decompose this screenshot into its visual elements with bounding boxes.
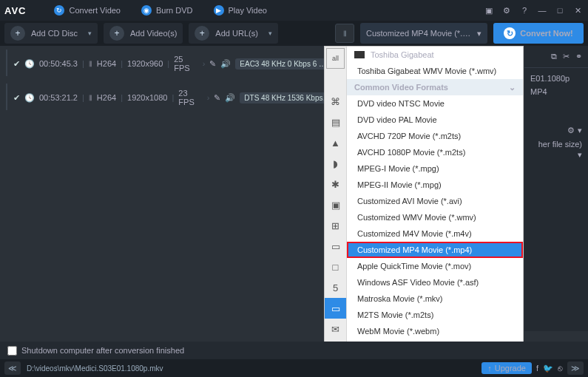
format-dropdown: all ⌘ ▤ ▲ ◗ ✱ ▣ ⊞ ▭ □ 5 ▭ ✉ Toshiba Giga… (324, 46, 524, 350)
format-tab-tablet[interactable]: ▭ (325, 236, 346, 257)
format-tab-huawei[interactable]: ✱ (325, 174, 346, 194)
chevron-down-icon: ▾ (88, 30, 92, 37)
output-format-icon[interactable]: ⦀ (335, 24, 354, 43)
format-label: Customized MP4 Movie (*.mp4) (366, 29, 477, 38)
format-item[interactable]: Toshiba Gigabeat WMV Movie (*.wmv) (347, 63, 523, 79)
tab-play-video[interactable]: ▶Play Video (203, 0, 277, 21)
format-tab-apple[interactable] (325, 70, 346, 91)
format-list[interactable]: Toshiba Gigabeat Toshiba Gigabeat WMV Mo… (347, 47, 523, 350)
format-tab-video[interactable]: ▭ (325, 298, 346, 319)
tab-convert-video[interactable]: ↻Convert Video (44, 0, 131, 21)
prev-file-button[interactable]: ≪ (4, 361, 21, 375)
audio-icon: 🔊 (220, 59, 231, 69)
button-label: Add URL(s) (215, 29, 257, 38)
format-item[interactable]: DVD video PAL Movie (347, 112, 523, 128)
tab-label: Burn DVD (156, 6, 193, 15)
cut-icon[interactable]: ✂ (563, 52, 570, 61)
format-item[interactable]: WebM Movie (*.webm) (347, 323, 523, 339)
gear-icon[interactable]: ⚙ (501, 6, 513, 16)
format-item[interactable]: Matroska Movie (*.mkv) (347, 291, 523, 307)
format-item[interactable]: MPEG-II Movie (*.mpg) (347, 177, 523, 193)
format-tab-html5[interactable]: 5 (325, 277, 346, 298)
up-arrow-icon: ↑ (487, 364, 492, 373)
clock-icon: 🕓 (24, 93, 35, 103)
title-bar: AVC ↻Convert Video ◉Burn DVD ▶Play Video… (0, 0, 588, 21)
next-file-button[interactable]: ≫ (567, 361, 584, 375)
add-videos-button[interactable]: +Add Video(s) (104, 23, 183, 44)
output-format-selector[interactable]: Customized MP4 Movie (*.mp4)▾ (360, 23, 487, 44)
share-icon[interactable]: ⎋ (558, 364, 563, 373)
format-item[interactable]: M2TS Movie (*.m2ts) (347, 307, 523, 323)
help-icon[interactable]: ? (518, 6, 530, 16)
checked-icon[interactable]: ✔ (13, 59, 20, 69)
window-controls: ▣ ⚙ ? — □ ✕ (483, 6, 584, 16)
maximize-button[interactable]: □ (554, 6, 566, 16)
chevron-down-icon[interactable]: ▾ (578, 150, 582, 160)
edit-icon[interactable]: ✎ (209, 59, 216, 69)
format-item[interactable]: DVD video NTSC Movie (347, 95, 523, 112)
format-device-item[interactable]: Toshiba Gigabeat (347, 47, 523, 63)
refresh-icon: ↻ (54, 5, 64, 16)
format-item[interactable]: Windows ASF Video Movie (*.asf) (347, 274, 523, 291)
tab-label: Convert Video (69, 6, 121, 15)
format-tab-samsung[interactable]: ⌘ (325, 91, 346, 112)
format-tab-phone[interactable]: □ (325, 257, 346, 277)
format-tab-all[interactable]: all (326, 48, 345, 69)
tab-burn-dvd[interactable]: ◉Burn DVD (131, 0, 203, 21)
close-button[interactable]: ✕ (572, 6, 584, 16)
facebook-icon[interactable]: f (536, 364, 538, 373)
format-group-header[interactable]: Common Video Formats⌄ (347, 79, 523, 95)
video-stats: ✔ 🕓00:53:21.2 |⦀H264 |1920x1080 |23 FPS … (13, 89, 335, 106)
chevron-down-icon: ▾ (578, 126, 582, 135)
convert-now-button[interactable]: ↻Convert Now! (493, 23, 584, 44)
format-tab-nokia[interactable]: ▤ (325, 112, 346, 132)
format-tab-android[interactable]: ▲ (325, 132, 346, 153)
format-tab-playstation[interactable]: ◗ (325, 153, 346, 174)
video-item[interactable]: ✔ 🕓00:53:21.2 |⦀H264 |1920x1080 |23 FPS … (0, 80, 324, 114)
collapse-icon: ⌄ (509, 83, 516, 92)
link-icon[interactable]: ⚭ (575, 52, 582, 61)
main-area: ✔ 🕓00:50:45.3 |⦀H264 |1920x960 |25 FPS ›… (0, 46, 588, 331)
preview-panel: ⧉ ✂ ⚭ E01.1080p MP4 ⚙▾ her file size) ▾ (524, 46, 588, 331)
button-label: Convert Now! (520, 29, 573, 38)
video-stats: ✔ 🕓00:50:45.3 |⦀H264 |1920x960 |25 FPS ›… (13, 55, 331, 72)
audio-icon: 🔊 (225, 93, 235, 103)
format-item[interactable]: Customized MP4 Movie (*.mp4) (347, 242, 523, 258)
audio-track-selector[interactable]: EAC3 48 KHz 0 Kbps 6 CH ... (235, 58, 331, 69)
format-item[interactable]: Customized AVI Movie (*.avi) (347, 193, 523, 209)
chevron-down-icon: ▾ (268, 30, 272, 37)
twitter-icon[interactable]: 🐦 (543, 364, 553, 373)
disc-icon: ◉ (141, 5, 152, 16)
add-cd-disc-button[interactable]: +Add CD Disc▾ (4, 23, 98, 44)
copy-icon[interactable]: ⧉ (551, 52, 557, 61)
tab-label: Play Video (229, 6, 267, 15)
codec-icon: ⦀ (89, 93, 92, 103)
format-category-tabs: all ⌘ ▤ ▲ ◗ ✱ ▣ ⊞ ▭ □ 5 ▭ ✉ (325, 47, 347, 350)
format-item[interactable]: AVCHD 720P Movie (*.m2ts) (347, 128, 523, 144)
toolbar: +Add CD Disc▾ +Add Video(s) +Add URL(s)▾… (0, 21, 588, 46)
checked-icon[interactable]: ✔ (13, 93, 20, 103)
device-icon (354, 51, 365, 58)
format-tab-lg[interactable]: ▣ (325, 194, 346, 215)
settings-icon[interactable]: ▣ (483, 6, 495, 16)
globe-plus-icon: + (195, 26, 209, 41)
shutdown-checkbox[interactable] (7, 346, 17, 356)
format-item[interactable]: Customized WMV Movie (*.wmv) (347, 209, 523, 225)
convert-icon: ↻ (504, 27, 516, 39)
format-tab-audio[interactable]: ✉ (325, 319, 346, 339)
output-container: MP4 (530, 87, 582, 96)
format-item[interactable]: MPEG-I Movie (*.mpg) (347, 160, 523, 177)
format-tab-windows[interactable]: ⊞ (325, 215, 346, 236)
gear-icon[interactable]: ⚙ (567, 126, 575, 135)
status-bar: ≪ D:\videos\mkv\Medici.S03E01.1080p.mkv … (0, 359, 588, 377)
video-item[interactable]: ✔ 🕓00:50:45.3 |⦀H264 |1920x960 |25 FPS ›… (0, 46, 324, 80)
minimize-button[interactable]: — (536, 6, 548, 16)
audio-track-selector[interactable]: DTS 48 KHz 1536 Kbps 6 C... (240, 92, 335, 103)
format-item[interactable]: Customized M4V Movie (*.m4v) (347, 225, 523, 242)
upgrade-button[interactable]: ↑Upgrade (481, 362, 532, 374)
edit-icon[interactable]: ✎ (214, 93, 220, 103)
format-item[interactable]: Apple QuickTime Movie (*.mov) (347, 258, 523, 274)
format-item[interactable]: AVCHD 1080P Movie (*.m2ts) (347, 144, 523, 160)
add-urls-button[interactable]: +Add URL(s)▾ (189, 23, 277, 44)
output-filename: E01.1080p (530, 74, 582, 83)
